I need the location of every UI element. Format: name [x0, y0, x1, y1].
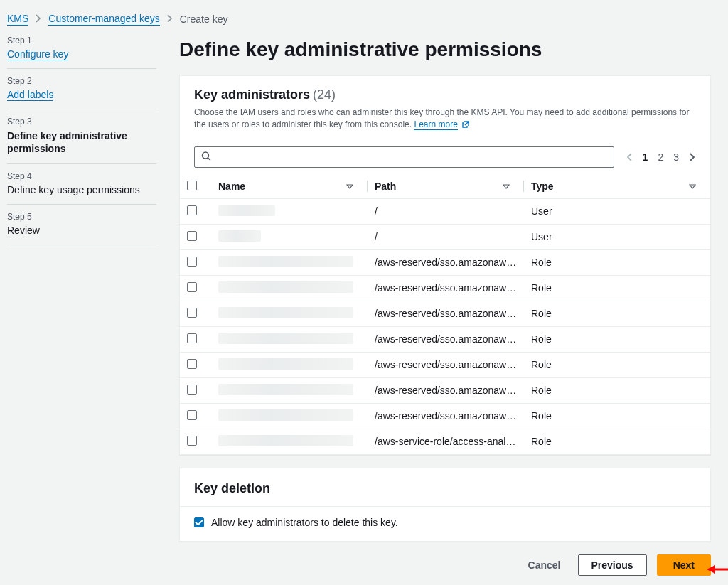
select-all-checkbox[interactable]: [187, 181, 197, 190]
row-name-redacted: [218, 307, 353, 318]
table-row: /aws-reserved/sso.amazonaws…Role: [180, 275, 710, 301]
row-type: Role: [524, 403, 710, 429]
row-type: Role: [524, 352, 710, 377]
allow-delete-label: Allow key administrators to delete this …: [211, 517, 398, 528]
table-row: /aws-service-role/access-analy…Role: [180, 429, 710, 454]
row-name-redacted: [218, 409, 353, 421]
chevron-right-icon: [167, 14, 173, 25]
learn-more-link[interactable]: Learn more: [414, 119, 457, 130]
wizard-steps: Step 1 Configure key Step 2 Add labels S…: [7, 36, 156, 576]
pagination: 1 2 3: [626, 151, 696, 163]
page-3[interactable]: 3: [673, 151, 679, 163]
table-row: /aws-reserved/sso.amazonaws…Role: [180, 352, 710, 377]
row-checkbox[interactable]: [187, 231, 197, 241]
row-path: /: [368, 198, 524, 224]
svg-point-0: [203, 152, 209, 159]
page-2[interactable]: 2: [658, 151, 663, 163]
step-define-usage-perms: Define key usage permissions: [7, 184, 156, 195]
table-row: /aws-reserved/sso.amazonaws…Role: [180, 301, 710, 326]
row-path: /aws-reserved/sso.amazonaws…: [368, 326, 524, 352]
row-path: /aws-reserved/sso.amazonaws…: [368, 352, 524, 377]
svg-line-1: [208, 158, 211, 161]
row-type: Role: [524, 377, 710, 403]
row-name-redacted: [218, 333, 353, 344]
step-label: Step 3: [7, 117, 156, 127]
key-deletion-title: Key deletion: [180, 468, 710, 506]
row-type: Role: [524, 429, 710, 454]
svg-marker-3: [707, 565, 715, 574]
row-checkbox[interactable]: [187, 308, 197, 318]
sort-icon[interactable]: [346, 181, 353, 192]
panel-title: Key administrators: [194, 87, 310, 102]
table-row: /User: [180, 198, 710, 224]
row-name-redacted: [218, 384, 353, 395]
allow-delete-checkbox[interactable]: [194, 517, 204, 527]
col-type-header[interactable]: Type: [531, 181, 554, 192]
row-checkbox[interactable]: [187, 257, 197, 267]
step-label: Step 5: [7, 212, 156, 222]
row-type: Role: [524, 301, 710, 326]
external-link-icon: [461, 120, 470, 132]
table-row: /aws-reserved/sso.amazonaws…Role: [180, 377, 710, 403]
row-type: Role: [524, 249, 710, 275]
row-path: /: [368, 224, 524, 249]
row-name-redacted: [218, 358, 353, 370]
panel-count: (24): [313, 87, 336, 102]
row-path: /aws-reserved/sso.amazonaws…: [368, 275, 524, 301]
breadcrumb-kms[interactable]: KMS: [7, 13, 28, 26]
search-input[interactable]: [194, 146, 614, 168]
administrators-table: Name Path: [180, 175, 710, 455]
row-path: /aws-reserved/sso.amazonaws…: [368, 301, 524, 326]
breadcrumb: KMS Customer-managed keys Create key: [7, 13, 711, 26]
row-checkbox[interactable]: [187, 205, 197, 215]
row-checkbox[interactable]: [187, 282, 197, 292]
key-deletion-panel: Key deletion Allow key administrators to…: [179, 468, 711, 542]
step-label: Step 2: [7, 76, 156, 86]
search-icon: [201, 151, 211, 163]
chevron-right-icon: [36, 14, 41, 25]
row-type: Role: [524, 275, 710, 301]
wizard-footer: Cancel Previous Next: [179, 554, 711, 576]
step-review: Review: [7, 225, 156, 236]
row-name-redacted: [218, 205, 275, 216]
page-title: Define key administrative permissions: [179, 38, 711, 61]
step-add-labels[interactable]: Add labels: [7, 89, 53, 101]
row-checkbox[interactable]: [187, 410, 197, 420]
col-name-header[interactable]: Name: [218, 181, 245, 192]
row-checkbox[interactable]: [187, 436, 197, 446]
sort-icon[interactable]: [689, 181, 696, 192]
page-1[interactable]: 1: [643, 151, 648, 163]
row-name-redacted: [218, 256, 353, 267]
page-prev[interactable]: [626, 152, 633, 162]
row-path: /aws-reserved/sso.amazonaws…: [368, 249, 524, 275]
previous-button[interactable]: Previous: [578, 554, 647, 576]
table-row: /User: [180, 224, 710, 249]
row-type: Role: [524, 326, 710, 352]
row-type: User: [524, 224, 710, 249]
row-checkbox[interactable]: [187, 333, 197, 343]
table-row: /aws-reserved/sso.amazonaws…Role: [180, 249, 710, 275]
breadcrumb-cmk[interactable]: Customer-managed keys: [48, 13, 159, 26]
key-administrators-panel: Key administrators (24) Choose the IAM u…: [179, 75, 711, 455]
step-define-admin-perms: Define key administrative permissions: [7, 129, 156, 155]
row-name-redacted: [218, 281, 353, 293]
breadcrumb-current: Create key: [180, 14, 228, 25]
row-name-redacted: [218, 230, 261, 242]
row-name-redacted: [218, 435, 353, 446]
row-path: /aws-reserved/sso.amazonaws…: [368, 403, 524, 429]
row-type: User: [524, 198, 710, 224]
page-next[interactable]: [689, 152, 696, 162]
step-label: Step 4: [7, 171, 156, 181]
col-path-header[interactable]: Path: [375, 181, 396, 192]
table-row: /aws-reserved/sso.amazonaws…Role: [180, 403, 710, 429]
annotation-arrow-icon: [707, 562, 728, 579]
row-checkbox[interactable]: [187, 359, 197, 369]
row-path: /aws-reserved/sso.amazonaws…: [368, 377, 524, 403]
row-path: /aws-service-role/access-analy…: [368, 429, 524, 454]
step-configure-key[interactable]: Configure key: [7, 48, 68, 60]
sort-icon[interactable]: [503, 181, 510, 192]
row-checkbox[interactable]: [187, 385, 197, 395]
next-button[interactable]: Next: [657, 554, 711, 576]
table-row: /aws-reserved/sso.amazonaws…Role: [180, 326, 710, 352]
cancel-button[interactable]: Cancel: [521, 555, 568, 575]
